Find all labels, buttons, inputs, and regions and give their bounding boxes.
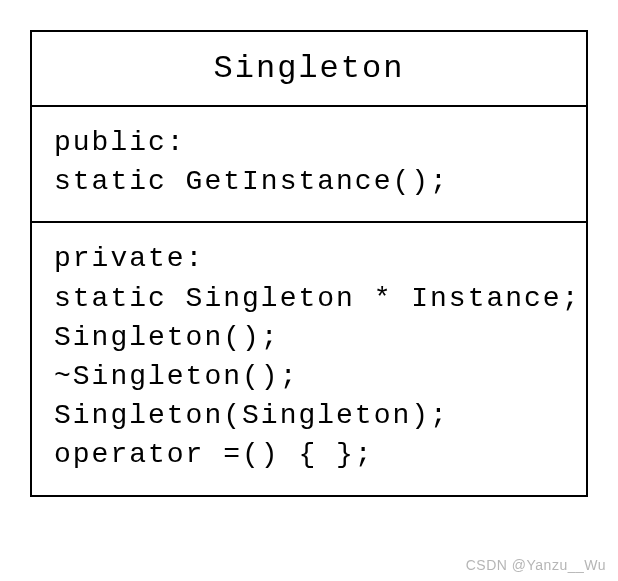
uml-class-box: Singleton public: static GetInstance(); … <box>30 30 588 497</box>
class-name: Singleton <box>32 32 586 107</box>
private-member: operator =() { }; <box>54 435 564 474</box>
private-member: Singleton(Singleton); <box>54 396 564 435</box>
public-member: static GetInstance(); <box>54 162 564 201</box>
public-section: public: static GetInstance(); <box>32 107 586 223</box>
watermark-text: CSDN @Yanzu__Wu <box>466 557 606 573</box>
private-member: static Singleton * Instance; <box>54 279 564 318</box>
access-label-public: public: <box>54 123 564 162</box>
access-label-private: private: <box>54 239 564 278</box>
private-member: ~Singleton(); <box>54 357 564 396</box>
private-member: Singleton(); <box>54 318 564 357</box>
private-section: private: static Singleton * Instance; Si… <box>32 223 586 494</box>
